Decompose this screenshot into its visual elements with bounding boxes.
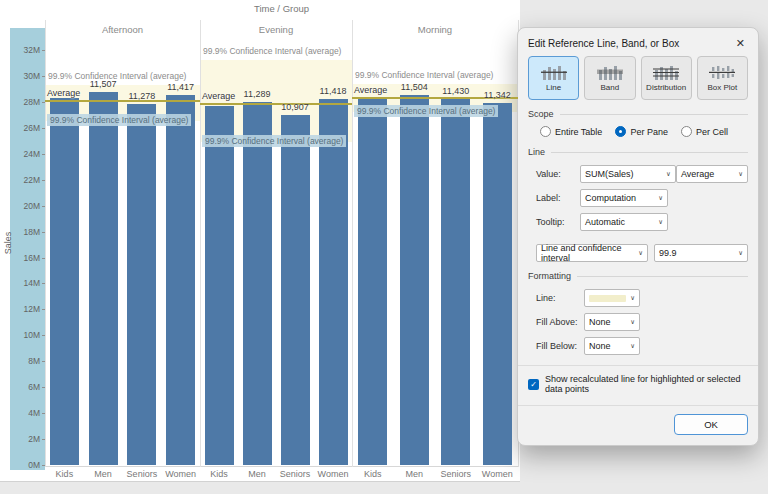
y-tick-label: 14M [0, 278, 40, 288]
tooltip-dropdown[interactable]: Automatic ∨ [580, 213, 668, 231]
category-label-seniors[interactable]: Seniors [280, 469, 311, 479]
bar-women[interactable] [483, 103, 512, 465]
chevron-down-icon: ∨ [738, 249, 743, 257]
divider [560, 114, 748, 115]
type-button-label: Distribution [646, 83, 686, 92]
close-icon[interactable]: ✕ [733, 37, 748, 49]
ok-button[interactable]: OK [674, 414, 748, 435]
bar-men[interactable] [243, 102, 272, 465]
y-tick-label: 2M [0, 434, 40, 444]
value-dropdown[interactable]: SUM(Sales) ∨ [580, 165, 676, 183]
bar-men[interactable] [89, 92, 118, 466]
aggregation-dropdown-text: Average [681, 169, 714, 179]
average-line-label[interactable]: Average [202, 91, 235, 101]
fill-below-dropdown[interactable]: None ∨ [584, 337, 640, 355]
plot-area: Kids11,507Men11,278Seniors11,417WomenAve… [45, 0, 518, 481]
chevron-down-icon: ∨ [630, 294, 635, 302]
ci-upper-label[interactable]: 99.9% Confidence Interval (average) [48, 71, 186, 81]
aggregation-dropdown[interactable]: Average ∨ [676, 165, 748, 183]
radio-per-cell[interactable]: Per Cell [681, 126, 728, 137]
y-tick-label: 28M [0, 97, 40, 107]
bar-women[interactable] [166, 95, 195, 465]
chevron-down-icon: ∨ [630, 342, 635, 350]
radio-icon[interactable] [540, 126, 551, 137]
interval-value-dropdown[interactable]: 99.9 ∨ [654, 244, 748, 262]
tooltip-dropdown-text: Automatic [585, 217, 625, 227]
chevron-down-icon: ∨ [658, 218, 663, 226]
y-tick-label: 32M [0, 45, 40, 55]
pane-evening: Kids11,289Men10,907Seniors11,418WomenAve… [200, 0, 352, 481]
y-tick-label: 20M [0, 201, 40, 211]
pane-divider [352, 20, 353, 467]
bar-value-label: 10,907 [281, 102, 309, 112]
type-button-distribution[interactable]: Distribution [641, 56, 692, 100]
tableau-worksheet: Time / Group AfternoonEveningMorning Sal… [0, 0, 520, 482]
type-button-box-plot[interactable]: Box Plot [697, 56, 748, 100]
bar-seniors[interactable] [127, 104, 156, 465]
fill-above-dropdown[interactable]: None ∨ [584, 313, 640, 331]
formatting-group-label: Formatting [528, 271, 571, 281]
chevron-down-icon: ∨ [666, 170, 671, 178]
type-button-line[interactable]: Line [528, 56, 579, 100]
category-label-women[interactable]: Women [165, 469, 196, 479]
ci-upper-label[interactable]: 99.9% Confidence Interval (average) [355, 70, 493, 80]
bar-men[interactable] [400, 95, 429, 465]
box-plot-icon [709, 65, 735, 80]
dialog-title: Edit Reference Line, Band, or Box [528, 38, 733, 49]
average-reference-line[interactable] [200, 103, 352, 105]
y-tick-label: 24M [0, 149, 40, 159]
y-tick-label: 4M [0, 408, 40, 418]
checkbox-checked-icon[interactable]: ✓ [528, 379, 539, 390]
category-label-men[interactable]: Men [405, 469, 423, 479]
interval-value-text: 99.9 [659, 248, 677, 258]
type-button-band[interactable]: Band [584, 56, 635, 100]
divider [577, 276, 748, 277]
category-label-seniors[interactable]: Seniors [440, 469, 471, 479]
bar-seniors[interactable] [441, 99, 470, 465]
bar-kids[interactable] [205, 106, 234, 465]
band-chart-icon [597, 65, 623, 80]
interval-type-dropdown[interactable]: Line and confidence interval ∨ [536, 244, 648, 262]
bar-kids[interactable] [358, 97, 387, 465]
line-style-dropdown[interactable]: ∨ [584, 289, 640, 307]
bar-kids[interactable] [50, 98, 79, 465]
bar-value-label: 11,507 [90, 79, 117, 89]
type-button-label: Box Plot [707, 83, 737, 92]
y-axis[interactable]: 0M2M4M6M8M10M12M14M16M18M20M22M24M26M28M… [0, 0, 50, 481]
ci-lower-label-highlighted[interactable]: 99.9% Confidence Interval (average) [47, 114, 191, 126]
radio-selected-icon[interactable] [615, 126, 626, 137]
y-tick-label: 30M [0, 71, 40, 81]
category-label-kids[interactable]: Kids [364, 469, 382, 479]
y-tick-label: 12M [0, 304, 40, 314]
category-label-kids[interactable]: Kids [56, 469, 74, 479]
radio-entire-table[interactable]: Entire Table [540, 126, 602, 137]
category-label-men[interactable]: Men [94, 469, 112, 479]
average-reference-line[interactable] [45, 100, 200, 102]
category-label-seniors[interactable]: Seniors [127, 469, 158, 479]
bar-value-label: 11,417 [167, 82, 194, 92]
ci-lower-label-highlighted[interactable]: 99.9% Confidence Interval (average) [202, 135, 346, 147]
bar-value-label: 11,418 [320, 86, 347, 96]
ci-upper-label[interactable]: 99.9% Confidence Interval (average) [203, 46, 341, 56]
chevron-down-icon: ∨ [630, 318, 635, 326]
category-label-women[interactable]: Women [318, 469, 349, 479]
recalculate-checkbox-row[interactable]: ✓ Show recalculated line for highlighted… [518, 366, 758, 396]
pane-divider [200, 20, 201, 467]
pane-morning: Kids11,504Men11,430Seniors11,342WomenAve… [352, 0, 518, 481]
bar-women[interactable] [319, 99, 348, 465]
radio-per-pane[interactable]: Per Pane [615, 126, 668, 137]
label-dropdown[interactable]: Computation ∨ [580, 189, 668, 207]
category-label-kids[interactable]: Kids [210, 469, 228, 479]
bar-value-label: 11,504 [401, 82, 428, 92]
y-tick-label: 22M [0, 175, 40, 185]
radio-icon[interactable] [681, 126, 692, 137]
category-label-men[interactable]: Men [248, 469, 266, 479]
average-line-label[interactable]: Average [354, 85, 387, 95]
line-group-label: Line [528, 147, 545, 157]
category-label-women[interactable]: Women [482, 469, 513, 479]
average-line-label[interactable]: Average [47, 88, 80, 98]
bar-seniors[interactable] [281, 115, 310, 465]
ci-lower-label-highlighted[interactable]: 99.9% Confidence Interval (average) [354, 105, 498, 117]
x-axis-line [45, 466, 518, 467]
y-tick-label: 6M [0, 382, 40, 392]
